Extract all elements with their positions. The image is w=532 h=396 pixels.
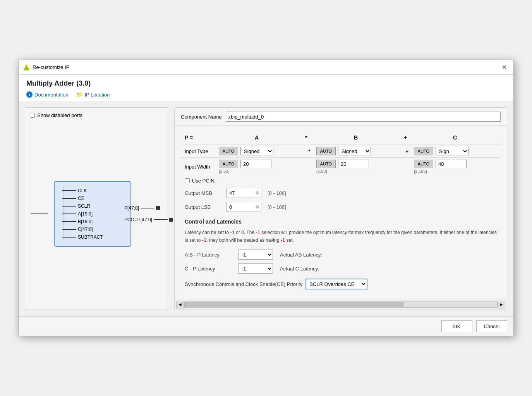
port-row-pcout: PCOUT[47:0] [124, 217, 173, 222]
scroll-bar[interactable] [184, 301, 498, 308]
wire-clk: — [31, 213, 48, 214]
use-pcin-checkbox[interactable] [185, 178, 190, 183]
port-row-p-out: P[47:0] [124, 205, 173, 211]
a-width-auto-btn[interactable]: AUTO [219, 160, 238, 168]
port-clk: — [31, 213, 48, 214]
port-label-pcout: PCOUT[47:0] [124, 217, 152, 222]
port-block-p [156, 206, 160, 210]
output-msb-clear[interactable]: ✕ [255, 190, 260, 196]
output-lsb-clear[interactable]: ✕ [255, 204, 260, 210]
show-disabled-row: Show disabled ports [30, 112, 163, 118]
b-width-auto-btn[interactable]: AUTO [316, 160, 336, 168]
output-msb-row: Output MSB ✕ [0 - 106] [181, 186, 501, 200]
port-row-c: │ C[47:0] [62, 227, 123, 232]
content-area: Show disabled ports — [19, 101, 513, 316]
port-label-a: A[19:0] [78, 211, 93, 217]
ab-p-latency-select[interactable]: -1 0 [238, 250, 273, 260]
pcin-row: Use PCIN [181, 176, 501, 186]
eq-mult: * [302, 134, 310, 141]
output-msb-label: Output MSB [185, 190, 223, 196]
component-name-label: Component Name [181, 114, 222, 120]
c-width-input[interactable] [436, 160, 467, 168]
output-lsb-range: [0 - 106] [268, 204, 286, 210]
a-width-inputs: AUTO [219, 160, 302, 168]
folder-icon: 📁 [76, 91, 82, 98]
c-signed-select[interactable]: Sign Unsigned [436, 147, 469, 155]
port-row-clk: │ CLK [62, 188, 123, 193]
plus-sign-2: + [403, 148, 411, 154]
cancel-button[interactable]: Cancel [476, 320, 507, 332]
component-block-container: — │ CLK [54, 181, 131, 247]
ce-priority-select[interactable]: SCLR Overrides CE CE Overrides SCLR [305, 279, 367, 289]
latency-highlight-1: -1 [230, 229, 235, 235]
b-auto-button[interactable]: AUTO [316, 147, 336, 155]
info-icon: i [26, 91, 33, 98]
component-rect: │ CLK │ CE [54, 181, 131, 247]
ip-location-link[interactable]: 📁 IP Location [76, 91, 110, 98]
port-label-ce: CE [78, 196, 84, 201]
ports-list: │ CLK │ CE [62, 188, 123, 240]
params-area: P = A * B + C Input Type [175, 126, 507, 299]
show-disabled-checkbox[interactable] [30, 113, 35, 118]
equation-row: P = A * B + C [181, 132, 501, 145]
output-lsb-wrap: ✕ [227, 202, 261, 212]
latency-highlight-3: -1 [202, 237, 207, 243]
b-width-range: [2,53] [316, 169, 400, 174]
b-width-input[interactable] [338, 160, 369, 168]
latency-highlight-4: -1 [281, 237, 285, 243]
latency-highlight-2: -1 [256, 229, 260, 235]
scroll-thumb [184, 302, 403, 307]
port-label-p-out: P[47:0] [124, 205, 139, 211]
c-p-latency-row: C - P Latency -1 0 Actual C Latency: [181, 262, 501, 275]
a-width-input[interactable] [240, 160, 271, 168]
c-width-auto-btn[interactable]: AUTO [414, 160, 433, 168]
ip-location-label: IP Location [84, 92, 110, 98]
a-signed-select[interactable]: Signed Unsigned [240, 147, 273, 155]
eq-b-col: B [310, 134, 402, 141]
titlebar-text: Re-customize IP [33, 64, 499, 70]
scroll-right-arrow[interactable]: ▶ [498, 301, 505, 308]
actual-ab-label: Actual AB Latency: [280, 252, 322, 258]
output-msb-wrap: ✕ [227, 188, 261, 198]
eq-plus: + [402, 134, 409, 141]
input-type-row: Input Type AUTO Signed Unsigned * AUTO [181, 145, 501, 157]
port-label-subtract: SUBTRACT [78, 234, 103, 240]
c-p-latency-select[interactable]: -1 0 [238, 263, 273, 274]
input-width-row: Input Width AUTO [2,53] AUTO [181, 157, 501, 176]
port-row-ce: │ CE [62, 196, 123, 201]
schematic-area: — │ CLK [30, 123, 163, 305]
a-auto-button[interactable]: AUTO [219, 147, 238, 155]
a-input-type: AUTO Signed Unsigned [216, 147, 305, 155]
output-lsb-row: Output LSB ✕ [0 - 106] [181, 200, 501, 214]
eq-b: B [354, 134, 358, 141]
input-width-label: Input Width [181, 164, 216, 170]
eq-a-col: A [211, 134, 302, 141]
eq-c-col: C [409, 134, 501, 141]
output-msb-range: [0 - 106] [268, 190, 286, 196]
actual-c-label: Actual C Latency: [280, 266, 319, 272]
c-auto-button[interactable]: AUTO [414, 147, 433, 155]
scroll-left-arrow[interactable]: ◀ [176, 301, 184, 308]
port-label-b: B[19:0] [78, 219, 93, 224]
b-signed-select[interactable]: Signed Unsigned [338, 147, 371, 155]
bottom-scroll-area: ◀ ▶ [175, 299, 507, 310]
ab-p-latency-label: A:B - P Latency [185, 252, 235, 258]
left-ports: — [31, 181, 48, 247]
dialog-title: Multiply Adder (3.0) [26, 79, 506, 88]
header: Multiply Adder (3.0) i Documentation 📁 I… [19, 75, 513, 101]
ok-button[interactable]: OK [441, 320, 472, 332]
main-dialog: Re-customize IP ✕ Multiply Adder (3.0) i… [18, 60, 514, 336]
port-label-clk: CLK [78, 188, 87, 193]
input-type-label: Input Type [181, 148, 216, 154]
component-name-row: Component Name [175, 108, 507, 126]
documentation-link[interactable]: i Documentation [26, 91, 68, 98]
footer: OK Cancel [19, 316, 513, 336]
header-links: i Documentation 📁 IP Location [26, 91, 506, 98]
b-width-inputs: AUTO [316, 160, 400, 168]
mult-sign-2: * [305, 148, 313, 154]
app-icon [23, 64, 29, 71]
component-name-input[interactable] [226, 112, 501, 122]
output-lsb-label: Output LSB [185, 204, 223, 210]
close-button[interactable]: ✕ [499, 63, 509, 72]
ce-priority-row: Synchronous Controls and Clock Enable(CE… [181, 275, 501, 293]
